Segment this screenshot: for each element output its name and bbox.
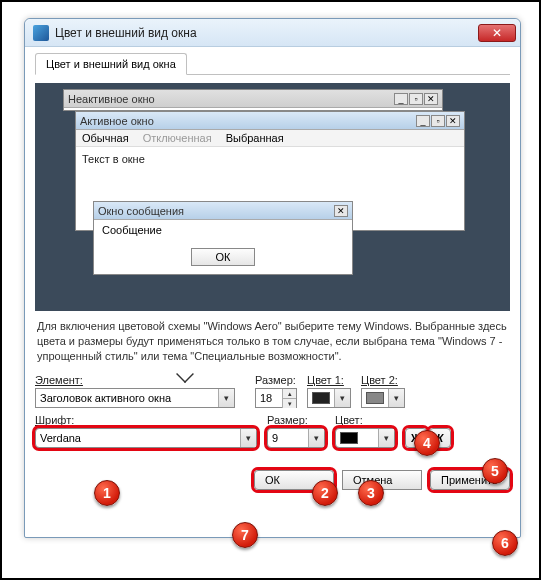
color2-swatch [366,392,384,404]
window-title: Цвет и внешний вид окна [55,26,478,40]
element-row: Элемент: Заголовок активного окна ▾ Разм… [35,374,510,408]
close-icon: ✕ [446,115,460,127]
close-icon: ✕ [334,205,348,217]
preview-message-box: Окно сообщения ✕ Сообщение ОК [93,201,353,275]
client-area: Цвет и внешний вид окна Неактивное окно … [25,47,520,500]
active-window-title: Активное окно [80,115,416,127]
font-color-label: Цвет: [335,414,395,426]
element-value: Заголовок активного окна [40,392,171,404]
annotation-marker-4: 4 [414,430,440,456]
preview-inactive-window: Неактивное окно _ ▫ ✕ [63,89,443,111]
inactive-window-title: Неактивное окно [68,93,394,105]
annotation-marker-5: 5 [482,458,508,484]
annotation-marker-2: 2 [312,480,338,506]
maximize-icon: ▫ [431,115,445,127]
tab-appearance[interactable]: Цвет и внешний вид окна [35,53,187,75]
font-size-combo[interactable]: 9 ▾ [267,428,325,448]
size2-value: 9 [272,432,278,444]
close-icon: ✕ [492,27,502,39]
color2-label: Цвет 2: [361,374,405,386]
msgbox-body: Сообщение [94,220,352,244]
description-text: Для включения цветовой схемы "Windows Ae… [37,319,508,364]
element-label: Элемент: [35,374,245,386]
annotation-marker-6: 6 [492,530,518,556]
menu-item-disabled: Отключенная [143,132,212,144]
close-button[interactable]: ✕ [478,24,516,42]
msgbox-title: Окно сообщения [98,205,334,217]
font-combo[interactable]: Verdana ▾ [35,428,257,448]
chevron-down-icon: ▾ [218,389,234,407]
menu-item-selected: Выбранная [226,132,284,144]
preview-pane: Неактивное окно _ ▫ ✕ Активное окно _ ▫ … [35,83,510,311]
close-icon: ✕ [424,93,438,105]
size2-label: Размер: [267,414,325,426]
color1-picker[interactable]: ▾ [307,388,351,408]
chevron-down-icon: ▾ [308,429,324,447]
color1-label: Цвет 1: [307,374,351,386]
size1-label: Размер: [255,374,297,386]
maximize-icon: ▫ [409,93,423,105]
appearance-settings-window: Цвет и внешний вид окна ✕ Цвет и внешний… [24,18,521,538]
font-value: Verdana [40,432,81,444]
annotation-marker-7: 7 [232,522,258,548]
annotation-marker-3: 3 [358,480,384,506]
size1-value: 18 [260,392,272,404]
annotation-marker-1: 1 [94,480,120,506]
element-combo[interactable]: Заголовок активного окна ▾ [35,388,235,408]
msgbox-ok-button: ОК [191,248,255,266]
preview-text-area: Текст в окне [76,147,464,171]
spinner-icon: ▴▾ [282,389,296,407]
app-icon [33,25,49,41]
preview-menu: Обычная Отключенная Выбранная [76,130,464,147]
font-label: Шрифт: [35,414,257,426]
titlebar[interactable]: Цвет и внешний вид окна ✕ [25,19,520,47]
font-color-combo[interactable]: ▾ [335,428,395,448]
tab-strip: Цвет и внешний вид окна [35,53,510,75]
element-size-spin[interactable]: 18 ▴▾ [255,388,297,408]
chevron-down-icon: ▾ [334,389,350,407]
minimize-icon: _ [416,115,430,127]
chevron-down-icon: ▾ [378,429,394,447]
chevron-down-icon: ▾ [240,429,256,447]
font-color-swatch [340,432,358,444]
minimize-icon: _ [394,93,408,105]
color1-swatch [312,392,330,404]
menu-item-normal: Обычная [82,132,129,144]
chevron-down-icon: ▾ [388,389,404,407]
color2-picker[interactable]: ▾ [361,388,405,408]
